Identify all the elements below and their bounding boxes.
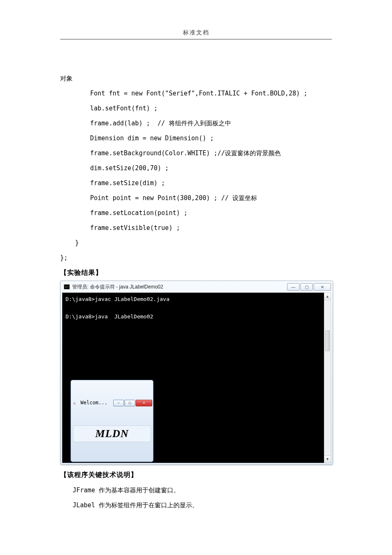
cmd-output[interactable]: D:\java8>javac JLabelDemo02.java D:\java… [62,293,331,463]
code-block: 对象 Font fnt = new Font("Serief",Font.ITA… [60,56,332,265]
code-line: }; [60,254,68,262]
code-line: frame.add(lab) ; // 将组件件入到面板之中 [60,120,231,127]
swing-close-button[interactable]: ✕ [136,400,152,406]
cmd-line: D:\java8>javac JLabelDemo02.java [66,296,169,302]
code-line: Font fnt = new Font("Serief",Font.ITALIC… [60,90,307,97]
code-line: dim.setSize(200,70) ; [60,164,169,172]
swing-title: Welcom... [80,399,113,407]
code-line: frame.setBackground(Color.WHITE) ;//设置窗体… [60,149,281,157]
page-header: 标准文档 [60,29,332,39]
maximize-button[interactable]: ▢ [300,283,313,291]
code-line: Dimension dim = new Dimension() ; [60,134,214,142]
result-heading: 【实验结果】 [60,269,332,277]
code-line: lab.setFont(fnt) ; [60,105,158,112]
code-line: 对象 [60,75,73,82]
code-line: frame.setVisible(true) ; [60,224,180,232]
scroll-up-button[interactable]: ▲ [324,293,331,300]
swing-minimize-button[interactable]: — [113,400,124,406]
swing-content-panel: MLDN [73,425,151,442]
cmd-line: D:\java8>java JLabelDemo02 [66,313,153,320]
scroll-thumb[interactable] [325,330,330,351]
cmd-titlebar[interactable]: 管理员: 命令提示符 - java JLabelDemo02 — ▢ ✕ [61,281,333,293]
close-button[interactable]: ✕ [314,283,331,291]
swing-label: MLDN [95,425,129,443]
code-line: frame.setSize(dim) ; [60,179,165,187]
minimize-button[interactable]: — [287,283,299,291]
explain-heading: 【该程序关键技术说明】 [60,471,332,479]
code-line: } [60,239,79,247]
explain-line: JFrame 作为基本容器用于创建窗口。 [60,483,332,498]
cmd-icon [64,284,70,289]
cmd-title: 管理员: 命令提示符 - java JLabelDemo02 [72,284,286,291]
java-icon [73,400,79,406]
explain-line: JLabel 作为标签组件用于在窗口上的显示。 [60,498,332,513]
cmd-scrollbar[interactable]: ▲ ▼ [324,293,331,463]
code-line: Point point = new Point(300,200) ; // 设置… [60,194,257,202]
explain-body: JFrame 作为基本容器用于创建窗口。 JLabel 作为标签组件用于在窗口上… [60,483,332,513]
command-prompt-window: 管理员: 命令提示符 - java JLabelDemo02 — ▢ ✕ D:\… [60,281,333,465]
scroll-down-button[interactable]: ▼ [324,455,331,462]
swing-window: Welcom... — ▢ ✕ MLDN [71,380,153,462]
swing-titlebar[interactable]: Welcom... — ▢ ✕ [71,398,153,408]
swing-maximize-button[interactable]: ▢ [124,400,135,406]
code-line: frame.setLocation(point) ; [60,209,187,217]
